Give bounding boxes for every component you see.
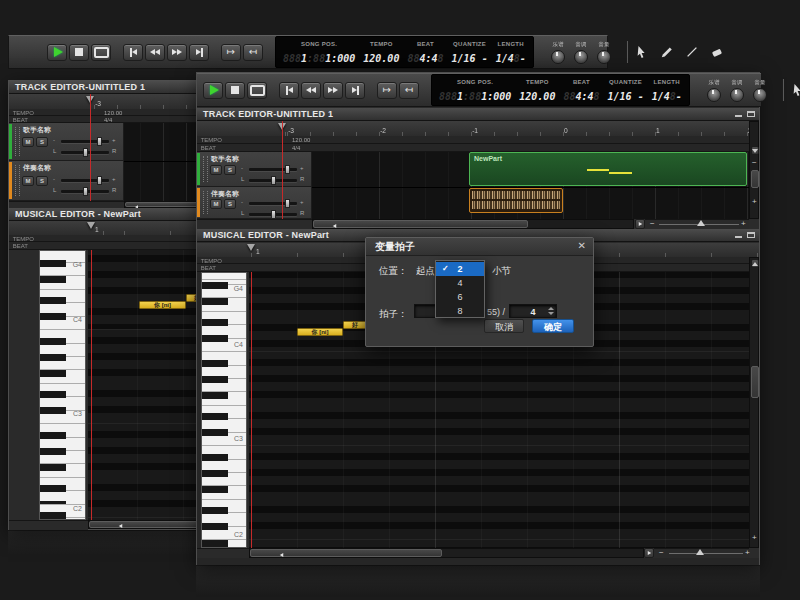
track-vscrollbar[interactable]: − +: [749, 121, 759, 219]
zoom-out-button[interactable]: −: [752, 159, 757, 167]
goto-end-button[interactable]: [189, 44, 209, 61]
dropdown-option-6[interactable]: 6: [436, 290, 484, 304]
note[interactable]: 你 [ni]: [139, 301, 186, 309]
scrollbar-thumb[interactable]: [250, 549, 442, 557]
playhead-marker[interactable]: [247, 244, 255, 251]
spinner-arrows[interactable]: [548, 307, 554, 315]
track-drag-handle[interactable]: [15, 165, 20, 196]
track-panel-accomp[interactable]: 伴奏名称 M S - + L R: [197, 187, 312, 219]
play-button[interactable]: [47, 44, 67, 61]
dialog-title[interactable]: 变量拍子: [366, 238, 593, 256]
score-knob[interactable]: [551, 50, 565, 64]
cursor-tool-icon[interactable]: [635, 45, 649, 59]
goto-end-button[interactable]: [345, 82, 365, 99]
close-icon[interactable]: ✕: [578, 240, 586, 251]
solo-button[interactable]: S: [224, 199, 236, 209]
hzoom-thumb[interactable]: [697, 220, 705, 226]
pan-slider[interactable]: [61, 190, 109, 193]
piano-keys[interactable]: G4 C4 C3 C2: [201, 272, 247, 548]
pan-slider[interactable]: [249, 179, 297, 182]
mute-button[interactable]: M: [210, 199, 222, 209]
playhead-marker[interactable]: [87, 222, 95, 229]
volume-slider[interactable]: [61, 140, 109, 143]
vzoom-in-button[interactable]: +: [752, 534, 757, 542]
track-panel-singer[interactable]: 歌手名称 M S - + L R: [197, 152, 312, 187]
scroll-down-button[interactable]: [751, 146, 759, 155]
hzoom-in-button[interactable]: +: [741, 220, 746, 228]
solo-button[interactable]: S: [36, 176, 48, 186]
maximize-icon[interactable]: [747, 232, 755, 238]
volume-slider[interactable]: [249, 168, 297, 171]
track-drag-handle[interactable]: [203, 156, 208, 182]
scroll-right-button[interactable]: [635, 219, 645, 229]
rewind-button[interactable]: [145, 44, 165, 61]
forward-button[interactable]: [323, 82, 343, 99]
hzoom-slider[interactable]: [669, 553, 743, 554]
hzoom-in-button[interactable]: +: [745, 549, 750, 557]
track-panel-singer-back[interactable]: 歌手名称 M S - + L R: [9, 123, 124, 161]
mute-button[interactable]: M: [210, 165, 222, 175]
loop-button[interactable]: [247, 82, 267, 99]
goto-start-button[interactable]: [279, 82, 299, 99]
dropdown-option-2[interactable]: ✓2: [436, 262, 484, 276]
track-drag-handle[interactable]: [15, 127, 20, 156]
minimize-icon[interactable]: [735, 236, 742, 238]
score-knob[interactable]: [707, 88, 721, 102]
zoom-in-button[interactable]: +: [752, 198, 757, 206]
punch-out-button[interactable]: ↤: [399, 82, 419, 99]
mute-button[interactable]: M: [22, 137, 34, 147]
denominator-spinner[interactable]: 4: [509, 304, 557, 318]
region-newpart[interactable]: NewPart: [469, 152, 747, 186]
pitch-knob[interactable]: [730, 88, 744, 102]
hzoom-out-button[interactable]: −: [659, 549, 664, 557]
cancel-button[interactable]: 取消: [484, 319, 524, 333]
volume-knob[interactable]: [597, 50, 611, 64]
line-tool-icon[interactable]: [685, 45, 699, 59]
minimize-icon[interactable]: [735, 115, 742, 117]
hzoom-thumb[interactable]: [696, 549, 704, 555]
stop-button[interactable]: [69, 44, 89, 61]
ok-button[interactable]: 确定: [532, 319, 574, 333]
scrollbar-thumb[interactable]: [313, 220, 528, 228]
punch-out-button[interactable]: ↤: [243, 44, 263, 61]
rewind-button[interactable]: [301, 82, 321, 99]
piano-hscrollbar[interactable]: [249, 548, 644, 558]
punch-in-button[interactable]: ↦: [377, 82, 397, 99]
solo-button[interactable]: S: [36, 137, 48, 147]
loop-button[interactable]: [91, 44, 111, 61]
cursor-tool-icon[interactable]: [791, 83, 800, 97]
punch-in-button[interactable]: ↦: [221, 44, 241, 61]
track-editor-title[interactable]: TRACK EDITOR-UNITITLED 1: [197, 108, 759, 121]
scrollbar-thumb[interactable]: [751, 366, 759, 398]
solo-button[interactable]: S: [224, 165, 236, 175]
piano-keys-back[interactable]: G4 C4 C3 C2: [39, 250, 86, 520]
pan-slider[interactable]: [61, 151, 109, 154]
scrollbar-thumb[interactable]: [751, 170, 759, 188]
dropdown-option-8[interactable]: 8: [436, 304, 484, 318]
pan-slider[interactable]: [249, 213, 297, 216]
eraser-tool-icon[interactable]: [710, 45, 724, 59]
volume-slider[interactable]: [249, 202, 297, 205]
maximize-icon[interactable]: [747, 111, 755, 117]
goto-start-button[interactable]: [123, 44, 143, 61]
note[interactable]: 好: [343, 321, 367, 329]
hzoom-out-button[interactable]: −: [650, 220, 655, 228]
forward-button[interactable]: [167, 44, 187, 61]
pencil-tool-icon[interactable]: [660, 45, 674, 59]
scroll-right-button[interactable]: [644, 548, 654, 558]
scrollbar-thumb[interactable]: [89, 521, 209, 528]
scroll-up-button[interactable]: [751, 259, 759, 268]
piano-vscrollbar[interactable]: +: [749, 257, 759, 548]
track-drag-handle[interactable]: [203, 191, 208, 214]
volume-slider[interactable]: [61, 179, 109, 182]
play-button[interactable]: [203, 82, 223, 99]
pitch-knob[interactable]: [574, 50, 588, 64]
stop-button[interactable]: [225, 82, 245, 99]
track-panel-accomp-back[interactable]: 伴奏名称 M S - + L R: [9, 161, 124, 201]
volume-knob[interactable]: [753, 88, 767, 102]
mute-button[interactable]: M: [22, 176, 34, 186]
region-accompaniment[interactable]: [469, 188, 563, 213]
dropdown-option-4[interactable]: 4: [436, 276, 484, 290]
track-hscrollbar[interactable]: [312, 219, 634, 229]
note[interactable]: 你 [ni]: [297, 328, 343, 336]
